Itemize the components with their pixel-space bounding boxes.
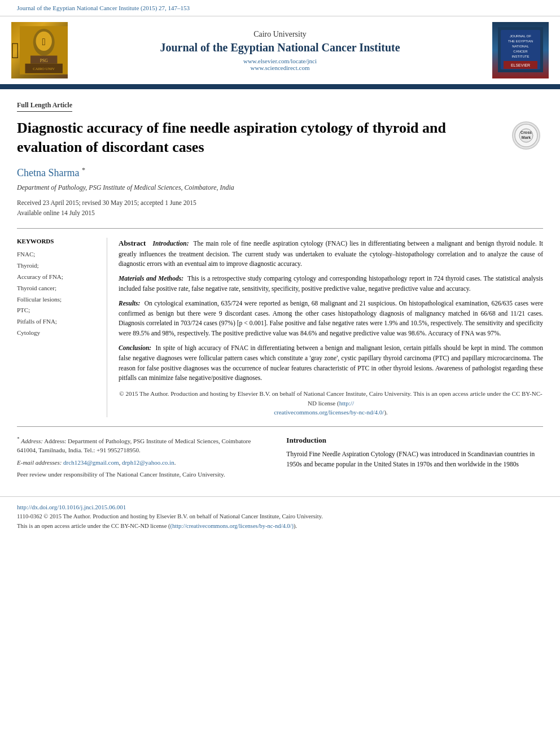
abstract-section: KEYWORDS FNAC; Thyroid; Accuracy of FNA;… <box>17 238 543 417</box>
bottom-bar: http://dx.doi.org/10.1016/j.jnci.2015.06… <box>0 496 560 537</box>
journal-reference[interactable]: Journal of the Egyptian National Cancer … <box>17 5 190 11</box>
dates: Received 23 April 2015; revised 30 May 2… <box>17 198 543 219</box>
elsevier-link[interactable]: www.elsevier.com/locate/jnci <box>79 58 481 64</box>
keyword-5: Follicular lesions; <box>17 294 98 305</box>
logo-left: 𓂀 PSG CAIRO UNIV <box>11 22 68 78</box>
university-name: Cairo University <box>79 30 481 39</box>
keywords-column: KEYWORDS FNAC; Thyroid; Accuracy of FNA;… <box>17 238 107 417</box>
crossmark[interactable]: Cross Mark <box>509 119 543 152</box>
journal-logo-right: JOURNAL OF THE EGYPTIAN NATIONAL CANCER … <box>495 24 546 76</box>
intro-label: Introduction: <box>153 240 189 247</box>
cairo-university-logo: 𓂀 PSG CAIRO UNIV <box>11 22 68 78</box>
keywords-title: KEYWORDS <box>17 238 98 244</box>
keyword-8: Cytology <box>17 327 98 339</box>
journal-title: Journal of the Egyptian National Cancer … <box>79 41 481 54</box>
journal-header: 𓂀 PSG CAIRO UNIV Cairo University Journa… <box>0 16 560 86</box>
svg-text:CAIRO UNIV: CAIRO UNIV <box>33 67 55 71</box>
keyword-1: FNAC; <box>17 249 98 260</box>
abstract-conclusion: Conclusion: In spite of high accuracy of… <box>119 343 543 383</box>
header-center: Cairo University Journal of the Egyptian… <box>68 30 492 71</box>
results-text: On cytological examination, 635/724 were… <box>119 300 543 337</box>
bottom-copyright-1: 1110-0362 © 2015 The Author. Production … <box>17 512 543 522</box>
affiliation: Department of Pathology, PSG Institute o… <box>17 184 543 192</box>
email-link-2[interactable]: drph12@yahoo.co.in <box>122 459 174 466</box>
svg-text:JOURNAL OF: JOURNAL OF <box>510 34 531 38</box>
keyword-3: Accuracy of FNA; <box>17 272 98 283</box>
keyword-6: PTC; <box>17 305 98 316</box>
keyword-4: Thyroid cancer; <box>17 283 98 294</box>
top-bar: Journal of the Egyptian National Cancer … <box>0 0 560 16</box>
main-content: Full Length Article Diagnostic accuracy … <box>0 89 560 491</box>
bottom-copyright-2: This is an open access article under the… <box>17 522 543 531</box>
footnote-email: E-mail addresses: drch1234@gmail.com, dr… <box>17 458 269 468</box>
bottom-license-link[interactable]: (http://creativecommons.org/licenses/by-… <box>170 523 294 529</box>
journal-links: www.elsevier.com/locate/jnci www.science… <box>79 58 481 71</box>
abstract-results: Results: On cytological examination, 635… <box>119 299 543 339</box>
logo-right: JOURNAL OF THE EGYPTIAN NATIONAL CANCER … <box>492 22 549 78</box>
crossmark-icon: Cross Mark <box>512 121 540 150</box>
keyword-7: Pitfalls of FNA; <box>17 316 98 327</box>
intro-section-title: Introduction <box>286 435 543 446</box>
svg-text:PSG: PSG <box>40 58 47 63</box>
sciencedirect-link[interactable]: www.sciencedirect.com <box>79 64 481 71</box>
abstract-column: Abstract Introduction: The main role of … <box>119 238 543 417</box>
conclusion-text: In spite of high accuracy of FNAC in dif… <box>119 344 543 381</box>
svg-text:𓂀: 𓂀 <box>42 37 45 47</box>
svg-text:NATIONAL: NATIONAL <box>512 45 529 48</box>
email-link-1[interactable]: drch1234@gmail.com <box>63 459 119 466</box>
keywords-list: FNAC; Thyroid; Accuracy of FNA; Thyroid … <box>17 249 98 338</box>
footer-section: * Address: Address: Department of Pathol… <box>17 426 543 479</box>
mm-label: Materials and Methods: <box>119 275 183 282</box>
svg-text:THE EGYPTIAN: THE EGYPTIAN <box>508 40 533 43</box>
svg-text:Cross: Cross <box>520 130 532 134</box>
keyword-2: Thyroid; <box>17 260 98 272</box>
footnote-peer-review: Peer review under responsibility of The … <box>17 470 269 479</box>
article-title: Diagnostic accuracy of fine needle aspir… <box>17 120 446 155</box>
footnote-address: * Address: Address: Department of Pathol… <box>17 435 269 456</box>
svg-text:INSTITUTE: INSTITUTE <box>512 55 530 58</box>
license-link[interactable]: http://creativecommons.org/licenses/by-n… <box>274 400 384 416</box>
svg-text:CANCER: CANCER <box>513 50 528 53</box>
svg-text:Mark: Mark <box>522 136 531 139</box>
abstract-intro: Abstract Introduction: The main role of … <box>119 238 543 269</box>
section-divider <box>17 228 543 229</box>
svg-text:ELSEVIER: ELSEVIER <box>511 63 530 67</box>
doi-link-line: http://dx.doi.org/10.1016/j.jnci.2015.06… <box>17 503 543 513</box>
article-title-container: Diagnostic accuracy of fine needle aspir… <box>17 119 543 157</box>
article-type: Full Length Article <box>17 101 72 112</box>
author-name: Chetna Sharma * <box>17 166 543 179</box>
conclusion-label: Conclusion: <box>119 344 151 351</box>
doi-link[interactable]: http://dx.doi.org/10.1016/j.jnci.2015.06… <box>17 504 126 510</box>
introduction-column: Introduction Thyroid Fine Needle Aspirat… <box>286 435 543 479</box>
abstract-copyright: © 2015 The Author. Production and hostin… <box>119 389 543 417</box>
results-label: Results: <box>119 300 140 307</box>
footnote-column: * Address: Address: Department of Pathol… <box>17 435 269 479</box>
intro-section-text: Thyroid Fine Needle Aspiration Cytology … <box>286 449 543 470</box>
abstract-label: Abstract <box>119 239 146 247</box>
abstract-mm: Materials and Methods: This is a retrosp… <box>119 274 543 294</box>
